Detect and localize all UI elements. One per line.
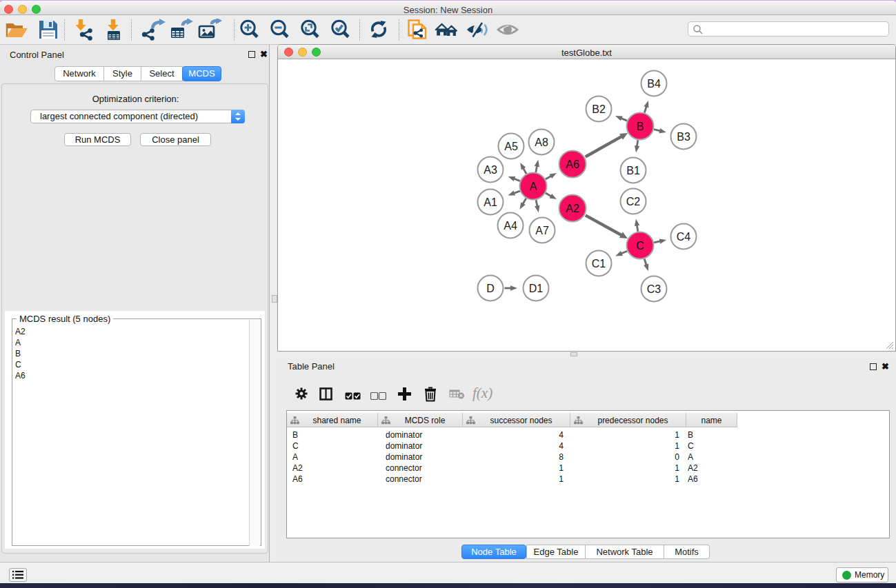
svg-text:C1: C1 — [592, 258, 606, 270]
svg-text:B1: B1 — [626, 165, 640, 176]
svg-text:A8: A8 — [535, 136, 548, 148]
svg-text:A5: A5 — [504, 141, 518, 152]
svg-text:A2: A2 — [566, 203, 579, 214]
svg-text:C4: C4 — [677, 231, 691, 243]
svg-text:A: A — [530, 181, 537, 192]
svg-text:A4: A4 — [504, 220, 517, 232]
svg-text:B2: B2 — [592, 103, 606, 115]
svg-text:A6: A6 — [566, 159, 579, 170]
svg-text:C3: C3 — [647, 283, 661, 295]
svg-text:A1: A1 — [484, 196, 497, 208]
svg-text:A7: A7 — [535, 225, 549, 236]
svg-text:D: D — [486, 283, 495, 294]
svg-text:B4: B4 — [647, 78, 661, 90]
svg-text:A3: A3 — [484, 164, 497, 176]
svg-text:B: B — [637, 121, 644, 132]
svg-text:C2: C2 — [626, 196, 641, 207]
svg-text:C: C — [636, 240, 644, 252]
svg-text:D1: D1 — [529, 283, 544, 294]
svg-text:B3: B3 — [677, 131, 690, 143]
